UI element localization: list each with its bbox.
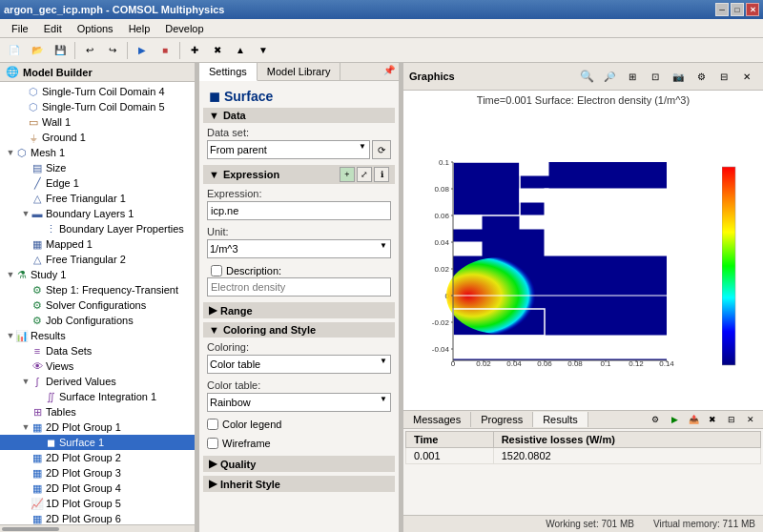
maximize-button[interactable]: □: [731, 3, 744, 16]
zoom-in-button[interactable]: 🔍: [576, 66, 597, 87]
zoom-window-button[interactable]: ⊡: [645, 66, 666, 87]
scrollbar-thumb[interactable]: [2, 527, 59, 531]
expr-add-button[interactable]: +: [340, 167, 355, 182]
tree-item-study1[interactable]: ▼ ⚗ Study 1: [0, 267, 195, 282]
open-button[interactable]: 📂: [27, 40, 48, 61]
model-tree[interactable]: ⬡ Single-Turn Coil Domain 4 ⬡ Single-Tur…: [0, 82, 195, 524]
wireframe-checkbox[interactable]: [207, 438, 218, 449]
color-legend-checkbox[interactable]: [207, 419, 218, 430]
color-table-select[interactable]: Rainbow: [207, 393, 391, 412]
bottom-evaluate-button[interactable]: ▶: [666, 412, 683, 427]
move-down-button[interactable]: ▼: [253, 40, 274, 61]
tree-item-mapped1[interactable]: ▦ Mapped 1: [0, 236, 195, 252]
tab-settings[interactable]: Settings: [199, 63, 258, 81]
tree-item-ground1[interactable]: ⏚ Ground 1: [0, 130, 195, 145]
tree-item-edge1[interactable]: ╱ Edge 1: [0, 175, 195, 191]
bottom-tab-messages[interactable]: Messages: [403, 412, 471, 427]
menu-develop[interactable]: Develop: [157, 21, 211, 36]
tab-pin-button[interactable]: 📌: [380, 63, 399, 80]
bottom-tab-bar: Messages Progress Results ⚙ ▶ 📤 ✖ ⊟ ✕: [403, 411, 763, 429]
tree-item-tables[interactable]: ⊞ Tables: [0, 404, 195, 419]
tree-item-bl1[interactable]: ▼ ▬ Boundary Layers 1: [0, 206, 195, 221]
bottom-tab-progress[interactable]: Progress: [471, 412, 533, 427]
move-up-button[interactable]: ▲: [230, 40, 251, 61]
tree-item-wall1[interactable]: ▭ Wall 1: [0, 114, 195, 130]
tree-item-views[interactable]: 👁 Views: [0, 358, 195, 374]
tree-item-job[interactable]: ⚙ Job Configurations: [0, 313, 195, 328]
save-button[interactable]: 💾: [50, 40, 71, 61]
new-button[interactable]: 📄: [4, 40, 25, 61]
dataset-refresh-button[interactable]: ⟳: [372, 140, 391, 159]
stop-button[interactable]: ■: [155, 40, 175, 61]
wall1-icon: ▭: [27, 115, 40, 129]
menu-options[interactable]: Options: [70, 21, 121, 36]
tree-item-freetri1[interactable]: △ Free Triangular 1: [0, 191, 195, 206]
bottom-tab-results[interactable]: Results: [533, 412, 588, 427]
tree-item-step1[interactable]: ⚙ Step 1: Frequency-Transient: [0, 282, 195, 297]
surface1-label: Surface 1: [59, 437, 104, 448]
derived-label: Derived Values: [46, 376, 116, 387]
tree-item-mesh1[interactable]: ▼ ⬡ Mesh 1: [0, 145, 195, 160]
section-inherit[interactable]: ▶ Inherit Style: [203, 476, 395, 492]
expr-info-button[interactable]: ℹ: [374, 167, 389, 182]
tree-item-coil5[interactable]: ⬡ Single-Turn Coil Domain 5: [0, 99, 195, 114]
tree-item-blp[interactable]: ⋮ Boundary Layer Properties: [0, 221, 195, 236]
coloring-select[interactable]: Color table: [207, 355, 391, 374]
menu-file[interactable]: File: [4, 21, 36, 36]
add-node-button[interactable]: ✚: [184, 40, 205, 61]
section-coloring[interactable]: ▼ Coloring and Style: [203, 322, 395, 338]
tree-item-surfint[interactable]: ∬ Surface Integration 1: [0, 389, 195, 404]
section-expression[interactable]: ▼ Expression + ⤢ ℹ: [203, 165, 395, 184]
section-range[interactable]: ▶ Range: [203, 302, 395, 318]
tree-item-2dplot1[interactable]: ▼ ▦ 2D Plot Group 1: [0, 419, 195, 435]
tree-item-1dplot5[interactable]: 📈 1D Plot Group 5: [0, 496, 195, 511]
tree-item-size[interactable]: ▤ Size: [0, 160, 195, 175]
redo-button[interactable]: ↪: [102, 40, 123, 61]
unit-select[interactable]: 1/m^3: [207, 239, 391, 258]
menu-help[interactable]: Help: [121, 21, 158, 36]
delete-node-button[interactable]: ✖: [207, 40, 228, 61]
tree-item-surface1[interactable]: ◼ Surface 1: [0, 435, 195, 450]
close-button[interactable]: ✕: [746, 3, 759, 16]
undo-button[interactable]: ↩: [79, 40, 100, 61]
tree-item-datasets[interactable]: ≡ Data Sets: [0, 343, 195, 358]
section-data[interactable]: ▼ Data: [203, 108, 395, 123]
bottom-settings-button[interactable]: ⚙: [647, 412, 664, 427]
tab-model-library[interactable]: Model Library: [258, 63, 341, 80]
tree-item-2dplot3[interactable]: ▦ 2D Plot Group 3: [0, 465, 195, 481]
bottom-close-button[interactable]: ✕: [742, 412, 759, 427]
section-quality[interactable]: ▶ Quality: [203, 456, 395, 472]
graphics-close-button[interactable]: ✕: [736, 66, 757, 87]
tree-item-derived[interactable]: ▼ ∫ Derived Values: [0, 374, 195, 389]
tree-item-2dplot4[interactable]: ▦ 2D Plot Group 4: [0, 481, 195, 496]
description-checkbox[interactable]: [211, 265, 222, 276]
zoom-out-button[interactable]: 🔎: [599, 66, 620, 87]
zoom-extents-button[interactable]: ⊞: [622, 66, 643, 87]
minimize-button[interactable]: ─: [715, 3, 729, 16]
bottom-export-button[interactable]: 📤: [685, 412, 702, 427]
expression-input[interactable]: [207, 201, 391, 220]
coil5-icon: ⬡: [27, 100, 40, 113]
tree-item-freetri2[interactable]: △ Free Triangular 2: [0, 252, 195, 267]
description-input[interactable]: [207, 277, 391, 297]
bottom-toolbar: ⚙ ▶ 📤 ✖ ⊟ ✕: [643, 411, 763, 428]
2dplot2-icon: ▦: [31, 451, 44, 464]
tree-item-solver[interactable]: ⚙ Solver Configurations: [0, 297, 195, 313]
graphics-undock-button[interactable]: ⊟: [713, 66, 734, 87]
dataset-select[interactable]: From parent: [207, 140, 370, 159]
ground1-label: Ground 1: [42, 132, 86, 143]
bottom-clear-button[interactable]: ✖: [704, 412, 721, 427]
menu-edit[interactable]: Edit: [36, 21, 70, 36]
toolbar-separator-3: [179, 42, 180, 59]
tree-item-coil4[interactable]: ⬡ Single-Turn Coil Domain 4: [0, 84, 195, 99]
bottom-undock-button[interactable]: ⊟: [723, 412, 740, 427]
tree-scrollbar[interactable]: [0, 524, 195, 532]
screenshot-button[interactable]: 📷: [668, 66, 689, 87]
tree-item-results[interactable]: ▼ 📊 Results: [0, 328, 195, 343]
graphics-settings-button[interactable]: ⚙: [691, 66, 711, 87]
menu-bar: File Edit Options Help Develop: [0, 19, 763, 38]
compute-button[interactable]: ▶: [132, 40, 153, 61]
tree-item-2dplot6[interactable]: ▦ 2D Plot Group 6: [0, 511, 195, 524]
tree-item-2dplot2[interactable]: ▦ 2D Plot Group 2: [0, 450, 195, 465]
expr-expand-button[interactable]: ⤢: [357, 167, 372, 182]
